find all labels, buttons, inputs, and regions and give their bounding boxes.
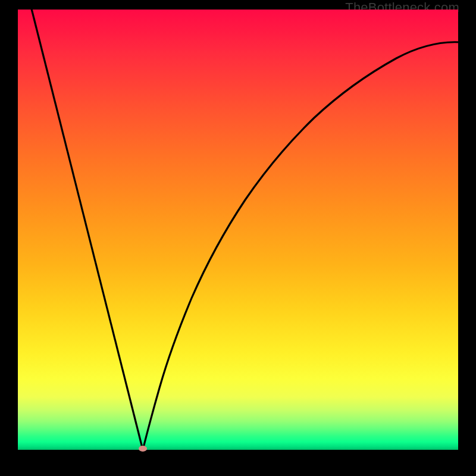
- chart-stage: TheBottleneck.com: [0, 0, 476, 476]
- curve-left-branch: [31, 7, 143, 450]
- curve-right-branch: [143, 42, 461, 450]
- plot-area: [18, 10, 458, 450]
- minimum-marker: [139, 446, 147, 452]
- curve-layer: [18, 10, 458, 450]
